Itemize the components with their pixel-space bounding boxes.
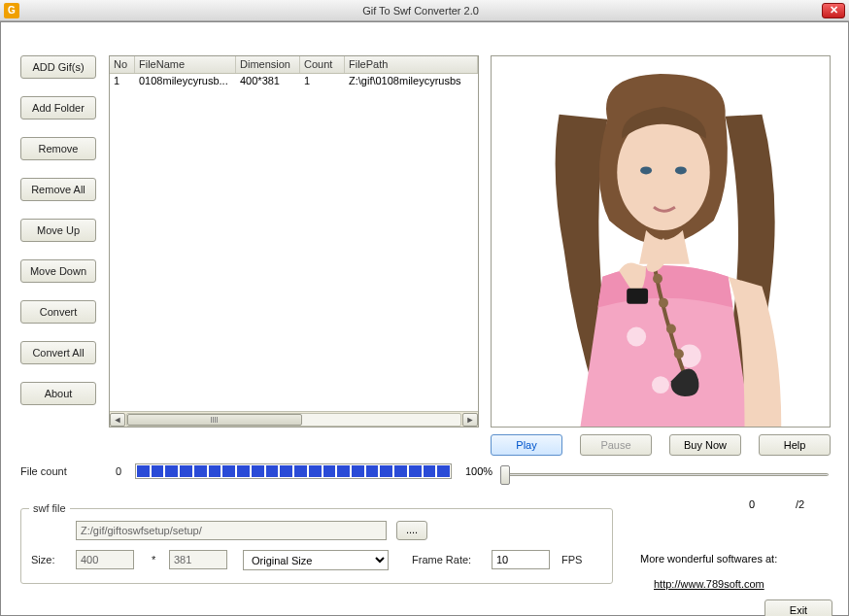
- progress-segment: [194, 465, 207, 477]
- scroll-right-icon[interactable]: ►: [462, 413, 478, 427]
- svg-point-8: [659, 298, 668, 308]
- progress-percent: 100%: [465, 465, 492, 477]
- remove-button[interactable]: Remove: [20, 137, 96, 160]
- pause-button: Pause: [580, 434, 652, 456]
- progress-segment: [394, 465, 407, 477]
- size-label: Size:: [31, 554, 54, 565]
- progress-segment: [352, 465, 364, 477]
- file-count-label: File count: [20, 465, 67, 477]
- progress-segment: [222, 465, 235, 477]
- window-title: Gif To Swf Converter 2.0: [19, 5, 822, 17]
- add-folder-button[interactable]: Add Folder: [20, 96, 96, 120]
- progress-segment: [266, 465, 279, 477]
- progress-segment: [366, 465, 379, 477]
- move-down-button[interactable]: Move Down: [20, 259, 96, 283]
- browse-button[interactable]: ....: [396, 521, 427, 540]
- cell-filename: 0108mileycyrusb...: [135, 74, 236, 89]
- output-path-input[interactable]: [76, 521, 387, 540]
- svg-point-4: [627, 326, 646, 346]
- progress-segment: [337, 465, 350, 477]
- col-dimension[interactable]: Dimension: [236, 56, 300, 73]
- frame-current: 0: [749, 498, 755, 510]
- move-up-button[interactable]: Move Up: [20, 219, 96, 242]
- cell-filepath: Z:\gif\0108mileycyrusbs: [345, 74, 478, 89]
- app-icon: G: [4, 3, 19, 18]
- size-mode-select[interactable]: Original Size: [243, 550, 389, 570]
- col-count[interactable]: Count: [300, 56, 345, 73]
- times-label: *: [152, 554, 155, 565]
- table-header: No FileName Dimension Count FilePath: [110, 56, 478, 74]
- frame-rate-input[interactable]: [492, 550, 550, 569]
- preview-pane: [491, 55, 831, 428]
- table-body[interactable]: 1 0108mileycyrusb... 400*381 1 Z:\gif\01…: [110, 74, 478, 411]
- progress-segment: [280, 465, 292, 477]
- progress-segment: [209, 465, 221, 477]
- progress-segment: [180, 465, 192, 477]
- client-area: ADD Gif(s) Add Folder Remove Remove All …: [0, 21, 849, 616]
- col-filename[interactable]: FileName: [135, 56, 236, 73]
- progress-segment: [252, 465, 264, 477]
- height-input[interactable]: [169, 550, 227, 569]
- softwares-link[interactable]: http://www.789soft.com: [654, 578, 764, 590]
- col-no[interactable]: No: [110, 56, 135, 73]
- buy-now-button[interactable]: Buy Now: [669, 434, 741, 456]
- swf-legend: swf file: [29, 502, 70, 514]
- progress-segment: [165, 465, 178, 477]
- frame-rate-label: Frame Rate:: [412, 554, 471, 565]
- table-row[interactable]: 1 0108mileycyrusb... 400*381 1 Z:\gif\01…: [110, 74, 478, 89]
- progress-segment: [380, 465, 392, 477]
- add-gif-button[interactable]: ADD Gif(s): [20, 55, 96, 79]
- svg-rect-11: [627, 289, 648, 304]
- scroll-left-icon[interactable]: ◄: [110, 413, 125, 427]
- scroll-thumb[interactable]: [127, 414, 302, 426]
- convert-button[interactable]: Convert: [20, 300, 96, 324]
- file-table: No FileName Dimension Count FilePath 1 0…: [109, 55, 479, 428]
- progress-segment: [152, 465, 164, 477]
- svg-point-10: [674, 349, 684, 359]
- more-softwares-label: More wonderful softwares at:: [640, 553, 777, 565]
- remove-all-button[interactable]: Remove All: [20, 178, 96, 201]
- progress-segment: [309, 465, 322, 477]
- convert-all-button[interactable]: Convert All: [20, 341, 96, 364]
- cell-dimension: 400*381: [236, 74, 300, 89]
- svg-point-9: [666, 325, 676, 334]
- width-input[interactable]: [76, 550, 134, 569]
- table-hscrollbar[interactable]: ◄ ►: [110, 411, 478, 427]
- help-button[interactable]: Help: [759, 434, 831, 456]
- progress-segment: [409, 465, 422, 477]
- swf-groupbox: swf file .... Size: * Original Size Fram…: [20, 508, 613, 584]
- progress-segment: [237, 465, 250, 477]
- exit-button[interactable]: Exit: [764, 599, 832, 616]
- play-button[interactable]: Play: [491, 434, 562, 456]
- progress-segment: [294, 465, 307, 477]
- frame-max: /2: [796, 498, 804, 510]
- svg-point-6: [652, 376, 669, 394]
- progress-segment: [137, 465, 150, 477]
- col-filepath[interactable]: FilePath: [345, 56, 478, 73]
- scroll-track[interactable]: [126, 413, 461, 427]
- svg-point-3: [675, 166, 687, 174]
- frame-slider-track[interactable]: [504, 473, 829, 476]
- fps-label: FPS: [561, 554, 582, 565]
- frame-slider-thumb[interactable]: [500, 465, 510, 485]
- titlebar: G Gif To Swf Converter 2.0 ✕: [0, 0, 849, 21]
- svg-point-2: [640, 166, 652, 174]
- close-button[interactable]: ✕: [822, 3, 845, 18]
- progress-segment: [323, 465, 336, 477]
- file-count-value: 0: [116, 465, 121, 477]
- progress-segment: [424, 465, 436, 477]
- svg-point-7: [653, 274, 662, 284]
- cell-no: 1: [110, 74, 135, 89]
- preview-image: [492, 56, 830, 427]
- progress-segment: [437, 465, 450, 477]
- about-button[interactable]: About: [20, 382, 96, 405]
- cell-count: 1: [300, 74, 345, 89]
- progress-bar: [135, 463, 452, 479]
